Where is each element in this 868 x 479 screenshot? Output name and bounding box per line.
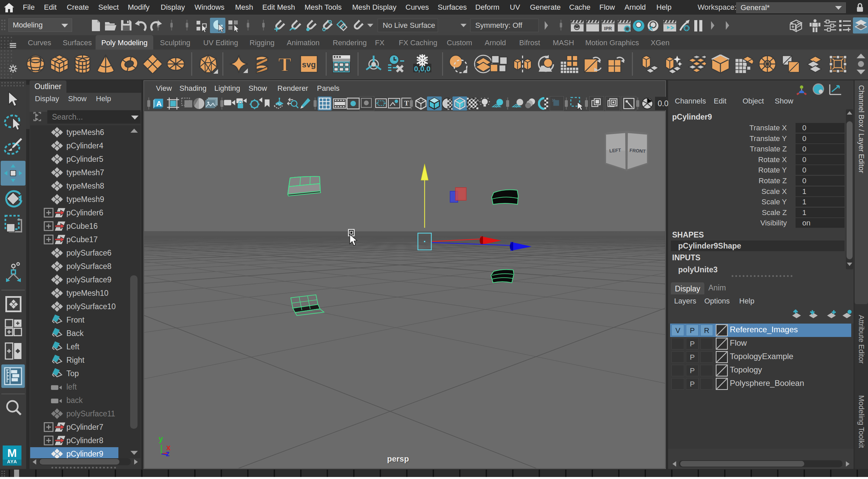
svg-text:IPR: IPR: [604, 26, 612, 31]
svg-text:LEFT: LEFT: [609, 147, 621, 153]
svg-text:T: T: [278, 54, 291, 74]
svg-text:z: z: [166, 449, 170, 458]
svg-text:A: A: [156, 99, 162, 108]
svg-text:svg: svg: [302, 60, 316, 69]
svg-text:T: T: [404, 99, 409, 107]
svg-text:FRONT: FRONT: [629, 147, 646, 154]
svg-text:X: X: [649, 25, 653, 32]
svg-text:0,0,0: 0,0,0: [414, 65, 431, 73]
svg-text:y: y: [159, 435, 163, 443]
